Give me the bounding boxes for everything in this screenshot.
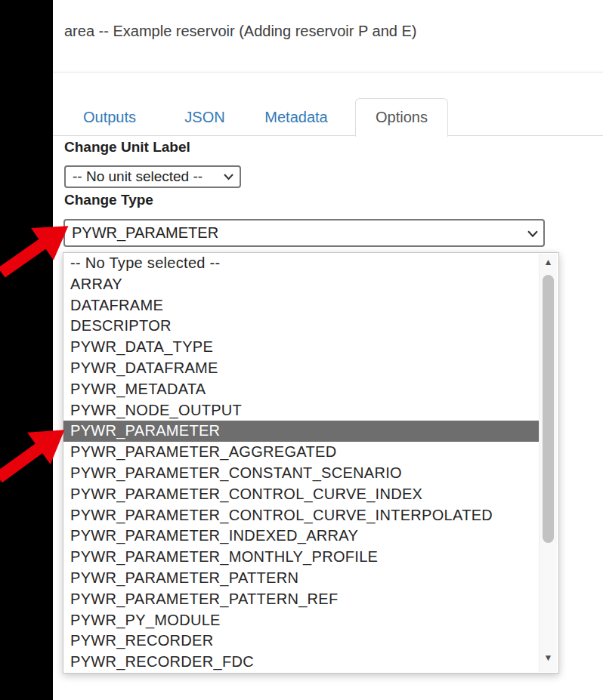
change-unit-label-heading: Change Unit Label — [64, 139, 190, 156]
dropdown-option[interactable]: DATAFRAME — [63, 295, 540, 316]
dropdown-option[interactable]: PYWR_PARAMETER_CONTROL_CURVE_INTERPOLATE… — [63, 505, 540, 526]
dropdown-scrollbar[interactable]: ▲ ▼ — [539, 254, 557, 672]
dropdown-option[interactable]: PYWR_NODE_OUTPUT — [63, 400, 540, 421]
scrollbar-thumb[interactable] — [543, 275, 554, 543]
tab-metadata[interactable]: Metadata — [251, 98, 342, 136]
dropdown-option[interactable]: PYWR_DATA_TYPE — [63, 337, 540, 358]
left-black-margin — [0, 0, 53, 700]
dropdown-option[interactable]: PYWR_PY_MODULE — [63, 610, 540, 631]
type-dropdown-list: -- No Type selected -- ARRAY DATAFRAME D… — [63, 252, 559, 674]
change-type-heading: Change Type — [64, 192, 153, 208]
tab-bar: Outputs JSON Metadata Options — [53, 98, 603, 136]
dropdown-option[interactable]: PYWR_RECORDER_FDC — [63, 652, 540, 673]
dropdown-option[interactable]: PYWR_METADATA — [63, 379, 540, 400]
dropdown-option[interactable]: PYWR_PARAMETER_INDEXED_ARRAY — [63, 526, 540, 547]
header-divider — [53, 72, 603, 72]
dropdown-option[interactable]: PYWR_DATAFRAME — [63, 358, 540, 379]
type-select-value: PYWR_PARAMETER — [72, 224, 218, 242]
dropdown-option[interactable]: DESCRIPTOR — [63, 316, 540, 337]
dropdown-option[interactable]: ARRAY — [63, 274, 540, 295]
dropdown-option-selected[interactable]: PYWR_PARAMETER — [63, 421, 540, 442]
dropdown-option[interactable]: PYWR_PARAMETER_AGGREGATED — [63, 442, 540, 463]
unit-select-value: -- No unit selected -- — [73, 168, 203, 185]
dropdown-option[interactable]: PYWR_PARAMETER_MONTHLY_PROFILE — [63, 547, 540, 568]
dropdown-option[interactable]: PYWR_RECORDER — [63, 631, 540, 652]
dropdown-option[interactable]: PYWR_PARAMETER_CONSTANT_SCENARIO — [63, 463, 540, 484]
scroll-up-arrow-icon[interactable]: ▲ — [540, 257, 557, 267]
unit-select[interactable]: -- No unit selected -- — [64, 165, 241, 188]
tab-options-active[interactable]: Options — [355, 98, 448, 137]
page-title: area -- Example reservoir (Adding reserv… — [64, 23, 416, 40]
dropdown-option[interactable]: PYWR_PARAMETER_PATTERN — [63, 568, 540, 589]
dropdown-option[interactable]: PYWR_PARAMETER_PATTERN_REF — [63, 589, 540, 610]
dropdown-option[interactable]: -- No Type selected -- — [63, 253, 540, 274]
tab-json[interactable]: JSON — [167, 98, 243, 136]
dropdown-option[interactable]: PYWR_PARAMETER_CONTROL_CURVE_INDEX — [63, 484, 540, 505]
chevron-down-icon — [224, 174, 233, 180]
chevron-down-icon — [527, 230, 537, 237]
tab-outputs[interactable]: Outputs — [64, 98, 155, 136]
screenshot-root: area -- Example reservoir (Adding reserv… — [0, 0, 603, 700]
dialog-panel: area -- Example reservoir (Adding reserv… — [53, 0, 603, 700]
scroll-down-arrow-icon[interactable]: ▼ — [540, 652, 557, 663]
type-select[interactable]: PYWR_PARAMETER — [63, 219, 545, 247]
